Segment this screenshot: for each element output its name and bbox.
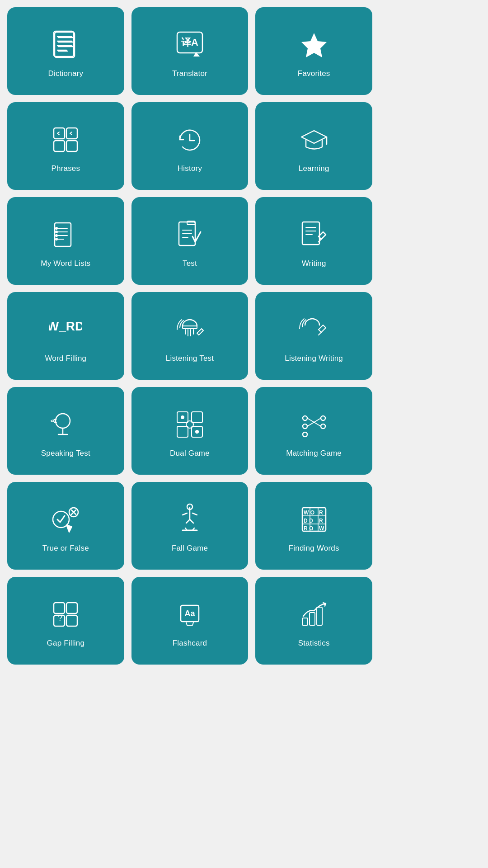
- svg-point-27: [56, 235, 57, 236]
- svg-text:D D: D D: [304, 518, 313, 524]
- writing-icon: [296, 217, 332, 253]
- tile-true-or-false[interactable]: True or False: [7, 482, 124, 570]
- statistics-icon: [296, 596, 332, 632]
- svg-point-53: [181, 416, 184, 419]
- svg-text:W O: W O: [304, 509, 314, 516]
- svg-text:R: R: [319, 518, 323, 524]
- tile-dictionary[interactable]: Dictionary: [7, 7, 124, 95]
- flashcard-label: Flashcard: [173, 639, 207, 648]
- tile-my-word-lists[interactable]: My Word Lists: [7, 197, 124, 285]
- svg-marker-12: [301, 33, 327, 57]
- svg-text:?: ?: [58, 613, 62, 623]
- speaking-test-icon: [47, 406, 84, 443]
- gap-filling-icon: ?: [47, 596, 84, 632]
- word-filling-icon: W_RD: [47, 311, 84, 348]
- statistics-label: Statistics: [298, 639, 330, 648]
- translator-label: Translator: [172, 69, 207, 78]
- svg-rect-86: [66, 615, 77, 626]
- listening-writing-label: Listening Writing: [285, 354, 343, 363]
- phrases-icon: [47, 122, 84, 158]
- tile-writing[interactable]: Writing: [255, 197, 372, 285]
- tile-statistics[interactable]: Statistics: [255, 577, 372, 665]
- tile-listening-writing[interactable]: Listening Writing: [255, 292, 372, 380]
- matching-game-icon: [296, 406, 332, 443]
- learning-icon: [296, 122, 332, 158]
- svg-point-59: [321, 424, 325, 429]
- svg-rect-16: [66, 141, 77, 151]
- svg-line-45: [319, 332, 321, 335]
- tile-history[interactable]: History: [131, 102, 249, 190]
- tile-speaking-test[interactable]: Speaking Test: [7, 387, 124, 475]
- svg-point-58: [321, 416, 325, 420]
- tile-flashcard[interactable]: AaFlashcard: [131, 577, 249, 665]
- svg-rect-13: [54, 128, 65, 139]
- tile-matching-game[interactable]: Matching Game: [255, 387, 372, 475]
- app-grid: Dictionary译ATranslatorFavoritesPhrasesHi…: [0, 0, 380, 672]
- svg-text:译A: 译A: [181, 37, 198, 48]
- svg-rect-90: [310, 613, 315, 625]
- listening-writing-icon: [296, 311, 332, 348]
- svg-text:R O: R O: [304, 525, 313, 532]
- svg-point-46: [56, 414, 70, 428]
- history-label: History: [178, 164, 202, 173]
- tile-word-filling[interactable]: W_RDWord Filling: [7, 292, 124, 380]
- svg-point-26: [56, 231, 57, 233]
- svg-rect-89: [302, 618, 308, 625]
- svg-rect-40: [183, 326, 197, 329]
- svg-text:W: W: [319, 525, 324, 532]
- svg-point-52: [186, 421, 193, 428]
- svg-rect-14: [66, 128, 77, 139]
- tile-listening-test[interactable]: Listening Test: [131, 292, 249, 380]
- matching-game-label: Matching Game: [286, 449, 342, 458]
- tile-favorites[interactable]: Favorites: [255, 7, 372, 95]
- svg-point-25: [56, 227, 57, 229]
- svg-line-68: [192, 513, 197, 515]
- svg-rect-50: [177, 426, 188, 437]
- my-word-lists-icon: [47, 217, 84, 253]
- test-icon: [172, 217, 208, 253]
- tile-phrases[interactable]: Phrases: [7, 102, 124, 190]
- learning-label: Learning: [299, 164, 329, 173]
- phrases-label: Phrases: [51, 164, 80, 173]
- fall-game-icon: [172, 501, 208, 538]
- svg-point-28: [56, 238, 57, 240]
- fall-game-label: Fall Game: [172, 544, 208, 553]
- word-filling-label: Word Filling: [45, 354, 86, 363]
- tile-finding-words[interactable]: W OD DR ORRWFinding Words: [255, 482, 372, 570]
- dictionary-icon: [47, 27, 84, 63]
- tile-dual-game[interactable]: Dual Game: [131, 387, 249, 475]
- svg-rect-34: [302, 222, 319, 245]
- dual-game-icon: [172, 406, 208, 443]
- svg-rect-0: [55, 32, 75, 57]
- flashcard-icon: Aa: [172, 596, 208, 632]
- svg-rect-91: [317, 607, 322, 625]
- favorites-icon: [296, 27, 332, 63]
- tile-translator[interactable]: 译ATranslator: [131, 7, 249, 95]
- listening-test-label: Listening Test: [166, 354, 214, 363]
- gap-filling-label: Gap Filling: [47, 639, 84, 648]
- svg-text:W_RD: W_RD: [49, 319, 82, 333]
- writing-label: Writing: [302, 259, 326, 268]
- speaking-test-label: Speaking Test: [41, 449, 90, 458]
- finding-words-icon: W OD DR ORRW: [296, 501, 332, 538]
- svg-point-57: [303, 432, 307, 437]
- translator-icon: 译A: [172, 27, 208, 63]
- dual-game-label: Dual Game: [170, 449, 210, 458]
- tile-gap-filling[interactable]: ?Gap Filling: [7, 577, 124, 665]
- svg-rect-49: [192, 412, 202, 423]
- svg-text:Aa: Aa: [184, 609, 195, 618]
- true-or-false-icon: [47, 501, 84, 538]
- svg-rect-83: [54, 603, 65, 613]
- tile-fall-game[interactable]: Fall Game: [131, 482, 249, 570]
- svg-point-56: [303, 424, 307, 429]
- svg-text:R: R: [319, 509, 323, 516]
- listening-test-icon: [172, 311, 208, 348]
- test-label: Test: [183, 259, 197, 268]
- svg-point-55: [303, 416, 307, 420]
- svg-line-67: [183, 513, 187, 515]
- finding-words-label: Finding Words: [289, 544, 339, 553]
- tile-test[interactable]: Test: [131, 197, 249, 285]
- tile-learning[interactable]: Learning: [255, 102, 372, 190]
- dictionary-label: Dictionary: [48, 69, 84, 78]
- true-or-false-label: True or False: [42, 544, 89, 553]
